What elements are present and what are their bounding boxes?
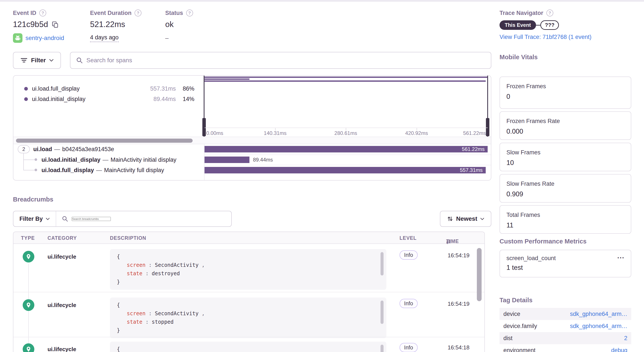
tag-value-link[interactable]: sdk_gphone64_arm… xyxy=(570,311,627,317)
breadcrumb-row[interactable]: ui.lifecycle { Info 16:54:18 xyxy=(14,337,484,352)
span-tree-row-child[interactable]: ui.load.initial_display—MainActivity ini… xyxy=(14,155,204,165)
vital-card: Frozen Frames Rate 0.000 xyxy=(500,111,631,140)
trace-navigator: Trace Navigator ? This Event ??? View Fu… xyxy=(500,10,592,41)
axis-label: 420.92ms xyxy=(405,130,428,136)
breadcrumb-category: ui.lifecycle xyxy=(48,346,76,352)
child-count-pill[interactable]: 2 xyxy=(18,145,30,153)
legend-percent: 86% xyxy=(176,85,194,92)
legend-item[interactable]: ui.load.initial_display 89.44ms 14% xyxy=(14,94,204,104)
metric-menu-icon[interactable]: ⋯ xyxy=(617,255,624,260)
help-icon[interactable]: ? xyxy=(546,10,553,17)
event-id-label: Event ID ? xyxy=(13,10,64,17)
breadcrumb-description-code[interactable]: { screen : SecondActivity , state : stop… xyxy=(110,297,386,338)
span-op: ui.load xyxy=(33,146,52,152)
span-tree-row-root[interactable]: 2 ui.load—b04245a3ea91453e xyxy=(14,144,204,154)
copy-icon[interactable] xyxy=(52,21,58,28)
span-duration-bar[interactable] xyxy=(204,156,250,163)
column-header-type: TYPE xyxy=(21,235,35,241)
spans-waterfall-panel: ui.load.full_display 557.31ms 86% ui.loa… xyxy=(13,75,491,181)
code-scrollbar-thumb[interactable] xyxy=(380,345,384,352)
event-id-label-text: Event ID xyxy=(13,10,36,17)
vital-label: Slow Frames Rate xyxy=(506,181,624,187)
vital-card: Slow Frames 10 xyxy=(500,143,631,171)
span-separator: — xyxy=(54,146,60,152)
breadcrumb-row[interactable]: ui.lifecycle { screen : SecondActivity ,… xyxy=(14,292,484,337)
breadcrumb-time: 16:54:19 xyxy=(434,252,470,259)
table-scrollbar-thumb[interactable] xyxy=(477,248,482,301)
breadcrumb-description-code[interactable]: { xyxy=(110,342,386,352)
tag-row: environment debug xyxy=(500,344,631,352)
axis-label: 561.22ms xyxy=(463,130,486,136)
tag-value-link[interactable]: sdk_gphone64_arm… xyxy=(570,323,627,329)
vital-label: Frozen Frames xyxy=(506,83,624,90)
help-icon[interactable]: ? xyxy=(39,10,46,17)
level-badge: Info xyxy=(400,299,418,308)
view-full-trace-link[interactable]: View Full Trace: 71bf2768 (1 event) xyxy=(500,34,592,40)
next-event-pill[interactable]: ??? xyxy=(540,20,559,30)
span-duration-bar[interactable]: 561.22ms xyxy=(204,146,488,152)
tag-value-link[interactable]: 2 xyxy=(624,335,627,342)
span-duration-label: 89.44ms xyxy=(253,156,273,163)
breadcrumb-description-code[interactable]: { screen : SecondActivity , state : dest… xyxy=(110,249,386,290)
event-age[interactable]: 4 days ago xyxy=(90,34,118,42)
breadcrumbs-search-input[interactable] xyxy=(72,217,111,221)
event-duration-label-text: Event Duration xyxy=(90,10,132,17)
tag-row: device sdk_gphone64_arm… xyxy=(500,308,631,320)
status-label-text: Status xyxy=(165,10,183,17)
minimap-span-bar xyxy=(204,80,486,82)
trace-navigator-label: Trace Navigator ? xyxy=(500,10,592,17)
span-description: MainActivity full display xyxy=(104,167,164,173)
code-line: screen : SecondActivity , xyxy=(117,261,371,269)
help-icon[interactable]: ? xyxy=(186,10,193,17)
spans-minimap[interactable] xyxy=(204,76,488,128)
spans-search-input[interactable] xyxy=(86,57,485,64)
this-event-pill[interactable]: This Event xyxy=(500,20,536,30)
trace-navigator-label-text: Trace Navigator xyxy=(500,10,543,17)
tag-value-link[interactable]: debug xyxy=(611,347,627,352)
horizontal-scrollbar-track[interactable] xyxy=(14,137,491,144)
tag-details-table: device sdk_gphone64_arm… device.family s… xyxy=(500,308,631,352)
horizontal-scrollbar-thumb[interactable] xyxy=(16,139,193,143)
axis-label: 140.31ms xyxy=(264,130,286,136)
search-icon xyxy=(62,216,68,222)
breadcrumbs-sort-button[interactable]: Newest xyxy=(440,211,491,227)
breadcrumbs-search-box xyxy=(56,216,231,222)
custom-metrics-title: Custom Performance Metrics xyxy=(500,238,586,245)
span-tree-row-child[interactable]: ui.load.full_display—MainActivity full d… xyxy=(14,165,204,175)
tag-key: device.family xyxy=(504,323,537,329)
breadcrumbs-table-header: TYPE CATEGORY DESCRIPTION LEVEL ⇄ TIME xyxy=(14,232,484,244)
event-id-block: Event ID ? 121c9b5d xyxy=(13,10,64,43)
code-scrollbar-thumb[interactable] xyxy=(380,252,384,275)
legend-op-name: ui.load.full_display xyxy=(32,85,138,92)
code-line: { xyxy=(117,253,371,261)
chevron-down-icon xyxy=(480,218,484,220)
spans-search-box xyxy=(70,52,491,69)
legend-item[interactable]: ui.load.full_display 557.31ms 86% xyxy=(14,83,204,94)
event-duration-block: Event Duration ? 521.22ms 4 days ago xyxy=(90,10,142,42)
help-icon[interactable]: ? xyxy=(134,10,142,17)
event-detail-page: Event ID ? 121c9b5d xyxy=(0,0,644,352)
breadcrumb-category: ui.lifecycle xyxy=(48,253,76,260)
custom-metric-card: screen_load_count ⋯ 1 test xyxy=(500,250,631,277)
breadcrumb-time: 16:54:18 xyxy=(434,344,470,351)
sort-arrows-icon xyxy=(447,216,453,222)
vital-card: Slow Frames Rate 0.909 xyxy=(500,174,631,203)
span-duration-bar[interactable]: 557.31ms xyxy=(204,167,486,173)
top-divider xyxy=(0,0,644,2)
breadcrumb-row[interactable]: ui.lifecycle { screen : SecondActivity ,… xyxy=(14,244,484,292)
breadcrumbs-table-body: ui.lifecycle { screen : SecondActivity ,… xyxy=(14,244,484,352)
project-link[interactable]: sentry-android xyxy=(26,35,64,42)
project-row: sentry-android xyxy=(13,33,64,43)
span-color-dot xyxy=(24,97,28,101)
chevron-down-icon xyxy=(46,218,50,220)
spans-filter-button[interactable]: Filter xyxy=(13,52,61,69)
axis-label: 0.00ms xyxy=(206,130,223,136)
vital-value: 0 xyxy=(506,93,624,101)
metric-name: screen_load_count xyxy=(506,255,556,262)
search-icon xyxy=(76,57,83,64)
tag-key: environment xyxy=(504,347,536,352)
status-value: ok xyxy=(165,20,193,29)
code-scrollbar-thumb[interactable] xyxy=(380,300,384,324)
breadcrumb-category: ui.lifecycle xyxy=(48,302,76,308)
breadcrumbs-filter-by-dropdown[interactable]: Filter By xyxy=(14,211,56,226)
